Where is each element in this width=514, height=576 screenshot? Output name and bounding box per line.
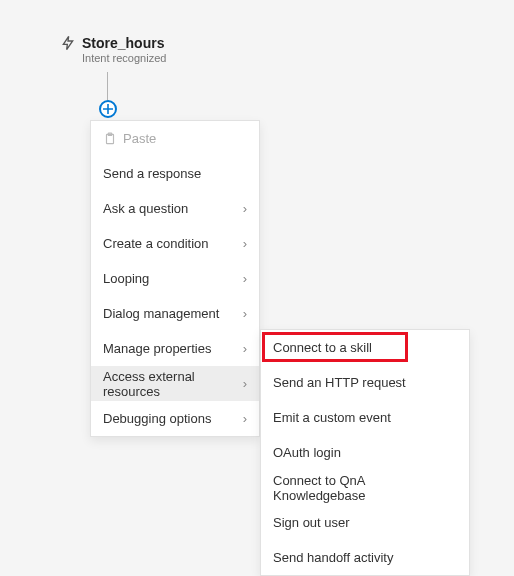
trigger-node[interactable]: Store_hours Intent recognized (60, 35, 166, 64)
menu-item[interactable]: Create a condition› (91, 226, 259, 261)
menu-label: Access external resources (103, 369, 237, 399)
submenu-item[interactable]: Sign out user (261, 505, 469, 540)
menu-label: Create a condition (103, 236, 237, 251)
chevron-right-icon: › (243, 236, 247, 251)
menu-label: Send a response (103, 166, 247, 181)
menu-label: Looping (103, 271, 237, 286)
menu-label: Paste (123, 131, 247, 146)
menu-item[interactable]: Looping› (91, 261, 259, 296)
menu-item[interactable]: Access external resources› (91, 366, 259, 401)
menu-label: Dialog management (103, 306, 237, 321)
menu-label: Send an HTTP request (273, 375, 457, 390)
submenu-item[interactable]: Emit a custom event (261, 400, 469, 435)
submenu-item[interactable]: Connect to QnA Knowledgebase (261, 470, 469, 505)
connector-line (107, 72, 108, 100)
chevron-right-icon: › (243, 201, 247, 216)
menu-item[interactable]: Manage properties› (91, 331, 259, 366)
submenu-item[interactable]: Send handoff activity (261, 540, 469, 575)
menu-label: Ask a question (103, 201, 237, 216)
menu-label: OAuth login (273, 445, 457, 460)
add-action-button[interactable] (99, 100, 117, 118)
trigger-title: Store_hours (82, 35, 166, 51)
clipboard-icon (103, 132, 117, 146)
submenu-item[interactable]: OAuth login (261, 435, 469, 470)
menu-item[interactable]: Ask a question› (91, 191, 259, 226)
menu-label: Send handoff activity (273, 550, 457, 565)
menu-item[interactable]: Dialog management› (91, 296, 259, 331)
menu-label: Connect to QnA Knowledgebase (273, 473, 457, 503)
chevron-right-icon: › (243, 271, 247, 286)
submenu-item[interactable]: Connect to a skill (261, 330, 469, 365)
menu-label: Debugging options (103, 411, 237, 426)
trigger-subtitle: Intent recognized (82, 52, 166, 64)
chevron-right-icon: › (243, 306, 247, 321)
menu-item[interactable]: Send a response (91, 156, 259, 191)
lightning-icon (60, 35, 76, 54)
chevron-right-icon: › (243, 376, 247, 391)
menu-label: Connect to a skill (273, 340, 457, 355)
submenu-external-resources: Connect to a skillSend an HTTP requestEm… (260, 329, 470, 576)
trigger-text: Store_hours Intent recognized (82, 35, 166, 64)
submenu-item[interactable]: Send an HTTP request (261, 365, 469, 400)
chevron-right-icon: › (243, 341, 247, 356)
menu-label: Manage properties (103, 341, 237, 356)
menu-item[interactable]: Debugging options› (91, 401, 259, 436)
chevron-right-icon: › (243, 411, 247, 426)
action-menu: Paste Send a responseAsk a question›Crea… (90, 120, 260, 437)
menu-item-paste: Paste (91, 121, 259, 156)
menu-label: Emit a custom event (273, 410, 457, 425)
menu-label: Sign out user (273, 515, 457, 530)
